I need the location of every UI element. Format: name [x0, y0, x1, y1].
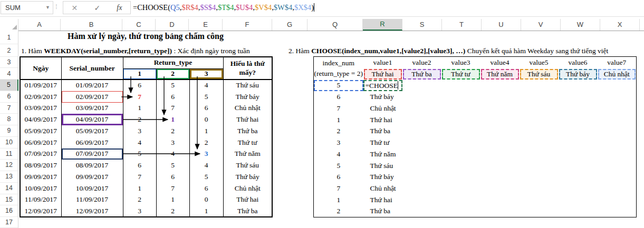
row-header-17[interactable]: 17 [0, 217, 18, 228]
cell-r1[interactable]: 2 [123, 114, 156, 125]
cell-r2[interactable]: 4 [156, 148, 189, 160]
cell-serial[interactable]: 04/09/2017 [61, 114, 123, 125]
header-value5[interactable]: value5 [520, 57, 559, 68]
cell-index-num[interactable]: 1 [314, 114, 363, 126]
header-return-type-2[interactable]: 2 [156, 68, 189, 80]
cell-meaning[interactable]: Thứ sáu [223, 80, 272, 91]
cell-r1[interactable]: 1 [123, 103, 156, 114]
enter-button[interactable]: ✓ [94, 4, 100, 12]
cell-r3[interactable]: 5 [189, 171, 223, 183]
header-meaning[interactable]: Hiểu là thứ mấy? [223, 57, 272, 80]
column-header-e[interactable]: E [189, 19, 223, 31]
row-header-16[interactable]: 16 [0, 205, 18, 217]
cell-r1[interactable]: 1 [123, 183, 156, 194]
cell-serial[interactable]: 09/09/2017 [61, 171, 123, 183]
cell-index-num[interactable]: 6 [314, 91, 363, 103]
day-value-cell[interactable]: Chủ nhật [598, 68, 637, 80]
cell-meaning[interactable]: Thứ bảy [223, 171, 272, 183]
cell-date[interactable]: 11/09/2017 [20, 194, 61, 206]
cell-weekday-name[interactable]: Thứ ba [363, 206, 402, 217]
row-header-14[interactable]: 14 [0, 183, 18, 194]
cell-weekday-name[interactable]: Thứ hai [363, 114, 402, 126]
cell-meaning[interactable]: Thứ năm [223, 148, 272, 160]
cell-date[interactable]: 08/09/2017 [20, 160, 61, 171]
cell-r3[interactable]: 3 [189, 148, 223, 160]
cell-r3[interactable]: 6 [189, 183, 223, 194]
note-weekday[interactable]: 1. Hàm WEEKDAY(serial_number,[return_typ… [21, 47, 250, 55]
cell-index-num[interactable]: 4 [314, 148, 363, 160]
cell-r1[interactable]: 3 [123, 125, 156, 137]
insert-function-button[interactable]: fx [117, 4, 122, 12]
row-header-7[interactable]: 7 [0, 103, 18, 114]
cell-serial[interactable]: 08/09/2017 [61, 160, 123, 171]
cell-index-num[interactable]: 5 [314, 80, 363, 92]
cell-weekday-name[interactable]: Thứ sáu [363, 160, 402, 172]
row-header-12[interactable]: 12 [0, 160, 18, 171]
cell-date[interactable]: 12/09/2017 [20, 205, 61, 217]
header-value6[interactable]: value6 [559, 57, 598, 68]
cell-serial[interactable]: 10/09/2017 [61, 183, 123, 194]
cell-meaning[interactable]: Thứ hai [223, 194, 272, 206]
cell-index-num[interactable]: 7 [314, 183, 363, 194]
header-ngay[interactable]: Ngày [20, 57, 61, 80]
cell-meaning[interactable]: Chủ nhật [223, 183, 272, 194]
cell-weekday-name[interactable]: Thứ năm [363, 148, 402, 160]
header-value7[interactable]: value7 [598, 57, 637, 68]
column-header-g[interactable]: G [272, 19, 307, 31]
row-header-2[interactable]: 2 [0, 44, 18, 57]
cell-weekday-name[interactable]: Thứ hai [363, 194, 402, 206]
day-value-cell[interactable]: Thứ sáu [520, 68, 559, 80]
cell-r1[interactable]: 7 [123, 171, 156, 183]
cell-r2[interactable]: 3 [156, 137, 189, 148]
cell-r2[interactable]: 7 [156, 103, 189, 114]
cell-index-num[interactable]: 7 [314, 103, 363, 114]
column-header-a[interactable]: A [18, 19, 61, 31]
cell-r2[interactable]: 7 [156, 183, 189, 194]
column-header-v[interactable]: V [521, 19, 561, 31]
column-header-d[interactable]: D [156, 19, 189, 31]
cell-date[interactable]: 04/09/2017 [20, 114, 61, 125]
row-header-3[interactable]: 3 [0, 57, 18, 68]
cell-r3[interactable]: 1 [189, 125, 223, 137]
header-value4[interactable]: value4 [480, 57, 520, 68]
cell-serial[interactable]: 07/09/2017 [61, 148, 123, 160]
cell-date[interactable]: 07/09/2017 [20, 148, 61, 160]
formula-bar-splitter[interactable]: ⁞ [55, 3, 56, 11]
cell-date[interactable]: 09/09/2017 [20, 171, 61, 183]
column-header-r[interactable]: R [363, 19, 402, 31]
cell-meaning[interactable]: Thứ tư [223, 137, 272, 148]
column-header-b[interactable]: B [61, 19, 122, 31]
cell-r1[interactable]: 4 [123, 137, 156, 148]
cell-weekday-name[interactable]: Thứ bảy [363, 172, 402, 183]
cell-date[interactable]: 01/09/2017 [20, 80, 61, 91]
cell-meaning[interactable]: Thứ sáu [223, 160, 272, 171]
row-header-6[interactable]: 6 [0, 91, 18, 103]
cell-meaning[interactable]: Chủ nhật [223, 103, 272, 114]
select-all-corner[interactable] [0, 19, 18, 31]
column-header-t[interactable]: T [442, 19, 482, 31]
name-box[interactable]: SUM ▼ [1, 1, 53, 14]
cell-index-num[interactable]: 2 [314, 206, 363, 217]
header-value3[interactable]: value3 [441, 57, 480, 68]
sheet-title[interactable]: Hàm xử lý ngày, thứ trong bảng chấm công [20, 32, 272, 41]
day-value-cell[interactable]: Thứ ba [402, 68, 441, 80]
cell-weekday-name[interactable]: Thứ bảy [363, 91, 402, 103]
cell-serial[interactable]: 06/09/2017 [61, 137, 123, 148]
cell-r1[interactable]: 6 [123, 80, 156, 91]
name-box-dropdown-icon[interactable]: ▼ [45, 2, 50, 14]
cell-index-num[interactable]: 3 [314, 137, 363, 148]
cell-meaning[interactable]: Thứ bảy [223, 91, 272, 103]
column-header-x[interactable]: X [600, 19, 640, 31]
cell-serial[interactable]: 05/09/2017 [61, 125, 123, 137]
cell-r2[interactable]: 1 [156, 194, 189, 206]
header-serial-number[interactable]: Serial_number [61, 57, 123, 80]
cell-serial[interactable]: 02/09/2017 [61, 91, 123, 103]
cell-index-num[interactable]: 5 [314, 160, 363, 172]
cancel-button[interactable]: ✕ [72, 4, 78, 12]
cell-serial[interactable]: 12/09/2017 [61, 205, 123, 217]
cell-date[interactable]: 06/09/2017 [20, 137, 61, 148]
cell-weekday-name[interactable]: Thứ ba [363, 126, 402, 137]
cell-r2[interactable]: 5 [156, 80, 189, 91]
header-value2[interactable]: value2 [402, 57, 441, 68]
header-return-type-1[interactable]: 1 [123, 68, 156, 80]
